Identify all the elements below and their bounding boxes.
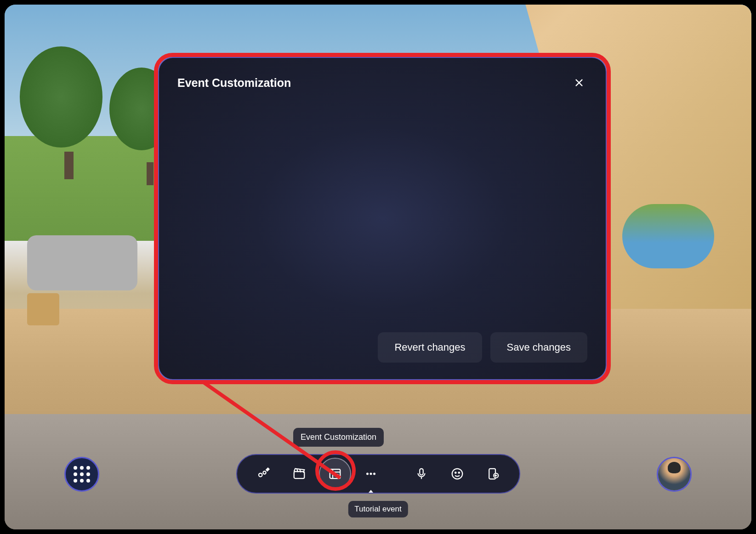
svg-point-15 xyxy=(373,473,375,475)
svg-point-19 xyxy=(455,472,456,473)
paint-icon xyxy=(256,467,270,481)
svg-point-14 xyxy=(369,473,372,475)
clapperboard-icon xyxy=(292,467,306,481)
avatar-profile-button[interactable] xyxy=(657,457,692,492)
smile-icon xyxy=(450,467,464,481)
media-button[interactable] xyxy=(283,458,315,490)
door-exit-icon xyxy=(486,467,500,481)
reactions-button[interactable] xyxy=(441,458,473,490)
svg-point-13 xyxy=(366,473,369,475)
newspaper-icon xyxy=(328,467,342,481)
svg-point-18 xyxy=(452,469,462,479)
svg-rect-16 xyxy=(420,469,423,475)
ellipsis-icon xyxy=(364,467,378,481)
environment-editor-button[interactable] xyxy=(247,458,279,490)
main-toolbar xyxy=(236,454,520,494)
panel-body xyxy=(177,91,587,332)
svg-point-4 xyxy=(263,471,266,474)
event-name-label: Tutorial event xyxy=(348,501,408,517)
panel-header: Event Customization xyxy=(177,74,587,91)
leave-button[interactable] xyxy=(477,458,509,490)
svg-point-3 xyxy=(259,473,262,477)
mic-icon xyxy=(415,467,428,481)
close-button[interactable] xyxy=(571,74,587,91)
event-customization-panel: Event Customization Revert changes Save … xyxy=(158,57,607,380)
event-customization-button[interactable] xyxy=(319,458,351,490)
panel-title: Event Customization xyxy=(177,76,291,90)
revert-changes-button[interactable]: Revert changes xyxy=(378,332,482,363)
close-icon xyxy=(574,78,584,88)
microphone-button[interactable] xyxy=(405,458,438,490)
panel-footer: Revert changes Save changes xyxy=(177,332,587,363)
avatar-icon xyxy=(658,458,690,490)
app-menu-button[interactable] xyxy=(64,457,99,492)
save-changes-button[interactable]: Save changes xyxy=(490,332,587,363)
grid-icon xyxy=(74,466,90,483)
svg-rect-8 xyxy=(330,469,340,478)
more-options-button[interactable] xyxy=(355,458,387,490)
svg-point-20 xyxy=(458,472,460,473)
svg-rect-5 xyxy=(294,472,304,478)
app-viewport: Event Customization Revert changes Save … xyxy=(5,5,751,529)
toolbar-tooltip: Event Customization xyxy=(293,428,384,447)
